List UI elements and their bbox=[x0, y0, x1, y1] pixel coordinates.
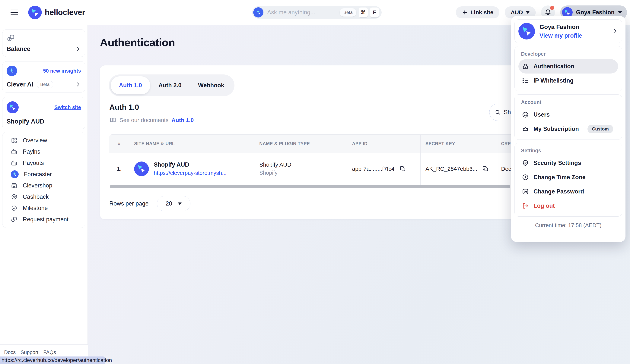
row-app-id: app-7a........f7fc4 bbox=[352, 166, 394, 172]
tab-auth-1[interactable]: Auth 1.0 bbox=[111, 76, 150, 94]
helloclever-logo-icon bbox=[28, 6, 42, 19]
shield-check-icon bbox=[522, 159, 529, 167]
brand-logo[interactable]: helloclever bbox=[28, 6, 85, 19]
chevron-down-icon bbox=[526, 11, 530, 14]
site-name: Shopify AUD bbox=[6, 118, 44, 125]
sidebar-item-payouts[interactable]: Payouts bbox=[2, 157, 85, 169]
row-site-url-link[interactable]: https://cleverpay-store.mysh... bbox=[154, 170, 226, 176]
smiley-face-icon bbox=[522, 111, 529, 118]
forecaster-sparkle-icon bbox=[11, 170, 19, 178]
ask-ai-search[interactable]: Ask me anything... Beta ⌘ F bbox=[252, 6, 382, 19]
row-secret-key: AK_RC_2847ebb3... bbox=[426, 166, 477, 172]
page-title: Authentication bbox=[100, 36, 175, 49]
cashback-icon bbox=[11, 193, 18, 200]
site-avatar bbox=[134, 161, 149, 176]
horizontal-scrollbar[interactable] bbox=[110, 185, 510, 188]
menu-item-security-settings[interactable]: Security Settings bbox=[518, 156, 618, 170]
developer-section: Developer Authentication IP Whitelisting bbox=[514, 46, 622, 91]
clever-ai-card[interactable]: 50 new insights Clever AI Beta bbox=[2, 61, 85, 92]
coins-icon bbox=[6, 34, 15, 42]
switch-site-link[interactable]: Switch site bbox=[54, 104, 81, 110]
section-title: Auth 1.0 bbox=[109, 103, 139, 111]
developer-section-title: Developer bbox=[518, 50, 618, 59]
sidebar-item-milestone[interactable]: Milestone bbox=[2, 203, 85, 214]
row-index: 1. bbox=[109, 153, 129, 185]
sidebar-item-cashback[interactable]: Cashback bbox=[2, 191, 85, 203]
tab-auth-2[interactable]: Auth 2.0 bbox=[150, 76, 190, 94]
search-beta-badge: Beta bbox=[340, 8, 356, 16]
balance-card[interactable]: Balance bbox=[2, 29, 85, 57]
settings-section-title: Settings bbox=[518, 146, 618, 156]
sidebar-item-forecaster[interactable]: Forecaster bbox=[2, 169, 85, 180]
faqs-link[interactable]: FAQs bbox=[43, 350, 56, 355]
logout-icon bbox=[522, 202, 529, 209]
account-section-title: Account bbox=[518, 98, 618, 107]
account-dropdown-menu: Goya Fashion View my profile Developer A… bbox=[511, 16, 626, 242]
tab-webhook[interactable]: Webhook bbox=[190, 76, 232, 94]
milestone-badge-icon bbox=[11, 205, 18, 212]
support-link[interactable]: Support bbox=[21, 350, 38, 355]
profile-card[interactable]: Goya Fashion View my profile bbox=[514, 19, 622, 43]
menu-item-ip-whitelisting[interactable]: IP Whitelisting bbox=[518, 73, 618, 88]
lock-icon bbox=[522, 63, 529, 70]
rows-per-page: Rows per page 20 bbox=[109, 196, 190, 211]
menu-item-authentication[interactable]: Authentication bbox=[518, 59, 618, 73]
clever-ai-label: Clever AI bbox=[6, 81, 33, 88]
row-plugin-cell: Shopify AUD Shopify bbox=[254, 153, 347, 185]
copy-icon[interactable] bbox=[400, 166, 406, 172]
clever-ai-beta-badge: Beta bbox=[37, 81, 53, 88]
col-app-id: APP ID bbox=[347, 135, 420, 153]
menu-item-my-subscription[interactable]: My Subscription Custom bbox=[518, 122, 618, 136]
sidebar-item-request-payment[interactable]: Request payment bbox=[2, 214, 85, 225]
payins-wallet-icon bbox=[11, 148, 18, 155]
profile-avatar bbox=[518, 23, 535, 39]
checklist-icon bbox=[522, 77, 529, 84]
cmd-key-badge: ⌘ bbox=[359, 7, 368, 17]
sidebar-item-payins[interactable]: Payins bbox=[2, 146, 85, 157]
new-insights-link[interactable]: 50 new insights bbox=[43, 68, 81, 74]
row-site-cell: Shopify AUD https://cleverpay-store.mysh… bbox=[129, 153, 254, 185]
docs-link[interactable]: Docs bbox=[4, 350, 16, 355]
chevron-right-icon bbox=[612, 28, 618, 34]
chevron-down-icon bbox=[178, 203, 182, 205]
sidebar-item-clevershop[interactable]: Clevershop bbox=[2, 180, 85, 191]
docs-version-link[interactable]: Auth 1.0 bbox=[172, 117, 194, 123]
plus-icon bbox=[462, 9, 468, 15]
menu-item-users[interactable]: Users bbox=[518, 107, 618, 122]
rows-per-page-label: Rows per page bbox=[109, 200, 149, 207]
f-key-badge: F bbox=[370, 7, 379, 17]
chevron-down-icon bbox=[618, 11, 622, 14]
menu-item-logout[interactable]: Log out bbox=[518, 199, 618, 213]
row-plugin-type: Shopify bbox=[259, 170, 291, 176]
request-payment-coins-icon bbox=[11, 216, 18, 223]
sidebar-nav: Overview Payins Payouts Forecaster Cleve… bbox=[2, 132, 85, 228]
subscription-badge: Custom bbox=[588, 125, 613, 133]
menu-hamburger-icon[interactable] bbox=[10, 9, 18, 15]
sidebar-item-overview[interactable]: Overview bbox=[2, 135, 85, 146]
clock-icon bbox=[522, 174, 529, 181]
copy-icon[interactable] bbox=[482, 166, 489, 172]
link-site-button[interactable]: Link site bbox=[456, 6, 500, 18]
row-app-id-cell: app-7a........f7fc4 bbox=[347, 153, 420, 185]
menu-item-change-timezone[interactable]: Change Time Zone bbox=[518, 170, 618, 184]
crown-icon bbox=[522, 125, 529, 133]
current-time: Current time: 17:58 (AEDT) bbox=[514, 222, 622, 228]
link-preview-statusbar: https://rc.cleverhub.co/developer/authen… bbox=[0, 357, 106, 364]
current-site-card: Switch site Shopify AUD bbox=[2, 97, 85, 129]
account-section: Account Users My Subscription Custom bbox=[514, 94, 622, 140]
payouts-wallet-icon bbox=[11, 160, 18, 166]
rows-per-page-select[interactable]: 20 bbox=[157, 196, 190, 211]
menu-item-change-password[interactable]: Change Password bbox=[518, 184, 618, 199]
overview-grid-icon bbox=[11, 137, 18, 144]
row-secret-cell: AK_RC_2847ebb3... bbox=[420, 153, 496, 185]
profile-name: Goya Fashion bbox=[540, 23, 582, 30]
key-icon bbox=[522, 188, 529, 195]
notification-dot bbox=[550, 6, 554, 10]
chevron-right-icon bbox=[75, 82, 81, 87]
settings-section: Settings Security Settings Change Time Z… bbox=[514, 143, 622, 217]
view-profile-link[interactable]: View my profile bbox=[540, 32, 582, 39]
docs-row: See our documents Auth 1.0 bbox=[109, 117, 194, 124]
docs-text: See our documents bbox=[120, 117, 168, 123]
col-site: SITE NAME & URL bbox=[129, 135, 254, 153]
col-plugin: NAME & PLUGIN TYPE bbox=[254, 135, 347, 153]
